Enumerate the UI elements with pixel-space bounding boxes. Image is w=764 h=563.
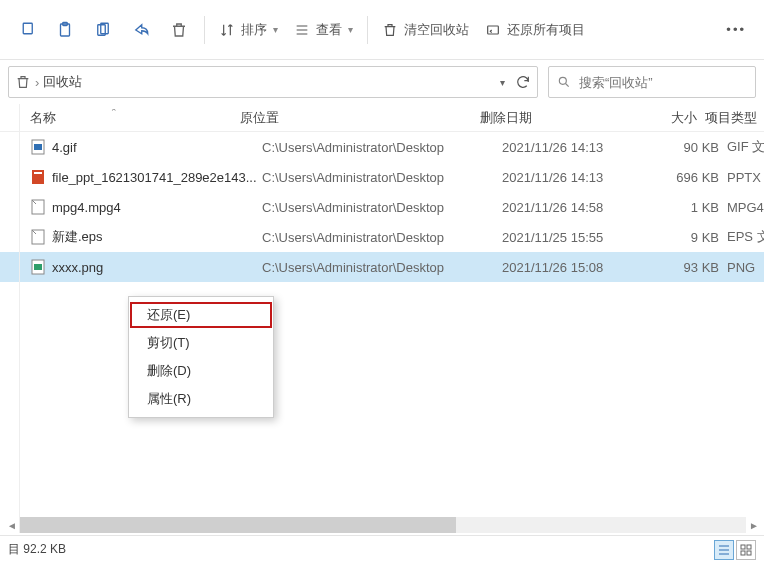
context-properties[interactable]: 属性(R) <box>129 385 273 413</box>
column-size[interactable]: 大小 <box>635 109 705 127</box>
thumb-view-icon <box>740 544 752 556</box>
file-row[interactable]: file_ppt_1621301741_289e2e143... C:\User… <box>0 162 764 192</box>
copy-button[interactable] <box>8 12 46 48</box>
column-headers: 名称 ⌃ 原位置 删除日期 大小 项目类型 <box>0 104 764 132</box>
file-icon <box>30 199 46 215</box>
svg-rect-10 <box>34 172 42 174</box>
file-location: C:\Users\Administrator\Desktop <box>262 230 502 245</box>
more-icon: ••• <box>726 22 746 37</box>
horizontal-scrollbar[interactable]: ◄ ► <box>20 517 746 533</box>
file-icon <box>30 169 46 185</box>
file-date: 2021/11/26 14:13 <box>502 170 657 185</box>
delete-button[interactable] <box>160 12 198 48</box>
file-type: MPG4 <box>727 200 764 215</box>
restore-icon <box>485 22 501 38</box>
scroll-right-icon[interactable]: ► <box>746 517 762 533</box>
paste-icon <box>56 21 74 39</box>
sort-dropdown[interactable]: 排序 ▾ <box>211 12 286 48</box>
svg-rect-15 <box>741 545 745 549</box>
context-delete[interactable]: 删除(D) <box>129 357 273 385</box>
toolbar-divider <box>367 16 368 44</box>
file-row-selected[interactable]: xxxx.png C:\Users\Administrator\Desktop … <box>0 252 764 282</box>
trash-icon <box>382 22 398 38</box>
context-cut[interactable]: 剪切(T) <box>129 329 273 357</box>
view-dropdown[interactable]: 查看 ▾ <box>286 12 361 48</box>
toolbar: 排序 ▾ 查看 ▾ 清空回收站 还原所有项目 ••• <box>0 0 764 60</box>
scroll-left-icon[interactable]: ◄ <box>4 517 20 533</box>
chevron-down-icon: ▾ <box>273 24 278 35</box>
breadcrumb-separator: › <box>31 75 43 90</box>
restore-all-button[interactable]: 还原所有项目 <box>477 12 593 48</box>
file-type: PNG <box>727 260 764 275</box>
svg-rect-16 <box>747 545 751 549</box>
sort-indicator-icon: ⌃ <box>110 109 118 117</box>
file-icon <box>30 229 46 245</box>
breadcrumb-location: 回收站 <box>43 73 500 91</box>
thumb-view-button[interactable] <box>736 540 756 560</box>
file-size: 93 KB <box>657 260 727 275</box>
file-type: PPTX <box>727 170 764 185</box>
file-location: C:\Users\Administrator\Desktop <box>262 260 502 275</box>
scroll-thumb[interactable] <box>20 517 456 533</box>
refresh-icon[interactable] <box>515 74 531 90</box>
file-row[interactable]: 新建.eps C:\Users\Administrator\Desktop 20… <box>0 222 764 252</box>
file-type: EPS 文件 <box>727 228 764 246</box>
view-mode-toggles <box>714 540 756 560</box>
cut-icon <box>94 21 112 39</box>
file-icon <box>30 139 46 155</box>
file-size: 9 KB <box>657 230 727 245</box>
share-icon <box>132 21 150 39</box>
svg-rect-8 <box>34 144 42 150</box>
trash-icon <box>170 21 188 39</box>
file-list: 4.gif C:\Users\Administrator\Desktop 202… <box>0 132 764 282</box>
file-name: 新建.eps <box>52 228 103 246</box>
details-view-icon <box>718 544 730 556</box>
file-date: 2021/11/26 14:58 <box>502 200 657 215</box>
empty-recycle-label: 清空回收站 <box>404 21 469 39</box>
view-label: 查看 <box>316 21 342 39</box>
svg-rect-5 <box>488 26 499 34</box>
file-name: mpg4.mpg4 <box>52 200 121 215</box>
file-icon <box>30 259 46 275</box>
file-row[interactable]: mpg4.mpg4 C:\Users\Administrator\Desktop… <box>0 192 764 222</box>
file-size: 90 KB <box>657 140 727 155</box>
copy-icon <box>18 21 36 39</box>
svg-rect-14 <box>34 264 42 270</box>
search-icon <box>557 75 571 89</box>
chevron-down-icon[interactable]: ▾ <box>500 77 505 88</box>
sort-icon <box>219 22 235 38</box>
file-date: 2021/11/26 15:08 <box>502 260 657 275</box>
status-bar: 目 92.2 KB <box>0 535 764 563</box>
search-input[interactable] <box>579 75 747 90</box>
file-name: xxxx.png <box>52 260 103 275</box>
cut-button[interactable] <box>84 12 122 48</box>
svg-rect-18 <box>747 551 751 555</box>
context-menu: 还原(E) 剪切(T) 删除(D) 属性(R) <box>128 296 274 418</box>
file-name: file_ppt_1621301741_289e2e143... <box>52 170 257 185</box>
address-input[interactable]: › 回收站 ▾ <box>8 66 538 98</box>
status-text: 目 92.2 KB <box>8 541 66 558</box>
paste-button[interactable] <box>46 12 84 48</box>
nav-pane-strip <box>0 104 20 533</box>
column-location[interactable]: 原位置 <box>240 109 480 127</box>
svg-point-6 <box>559 77 566 84</box>
file-location: C:\Users\Administrator\Desktop <box>262 140 502 155</box>
file-location: C:\Users\Administrator\Desktop <box>262 200 502 215</box>
address-bar: › 回收站 ▾ <box>0 60 764 104</box>
column-date[interactable]: 删除日期 <box>480 109 635 127</box>
file-row[interactable]: 4.gif C:\Users\Administrator\Desktop 202… <box>0 132 764 162</box>
toolbar-divider <box>204 16 205 44</box>
view-icon <box>294 22 310 38</box>
more-button[interactable]: ••• <box>716 12 756 48</box>
file-size: 696 KB <box>657 170 727 185</box>
empty-recycle-button[interactable]: 清空回收站 <box>374 12 477 48</box>
share-button[interactable] <box>122 12 160 48</box>
file-date: 2021/11/25 15:55 <box>502 230 657 245</box>
svg-rect-17 <box>741 551 745 555</box>
details-view-button[interactable] <box>714 540 734 560</box>
file-name: 4.gif <box>52 140 77 155</box>
column-name[interactable]: 名称 ⌃ <box>30 109 240 127</box>
column-type[interactable]: 项目类型 <box>705 109 764 127</box>
context-restore[interactable]: 还原(E) <box>129 301 273 329</box>
search-input-wrapper[interactable] <box>548 66 756 98</box>
